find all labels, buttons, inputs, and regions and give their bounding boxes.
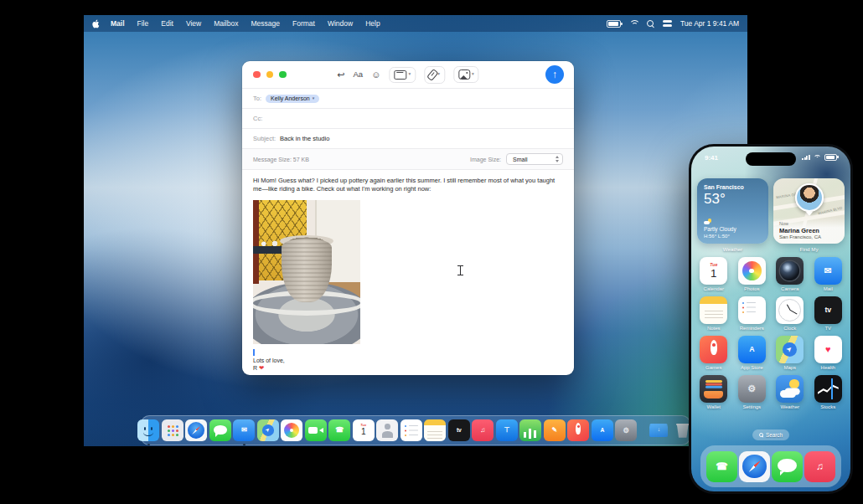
image-size-dropdown[interactable]: Small bbox=[506, 153, 563, 165]
dock-item-downloads[interactable] bbox=[648, 419, 669, 445]
dock-item-facetime[interactable] bbox=[305, 419, 327, 445]
iphone-app-maps[interactable]: ➤Maps bbox=[771, 336, 809, 370]
menu-bar-clock[interactable]: Tue Apr 1 9:41 AM bbox=[680, 19, 739, 28]
iphone-app-appstore[interactable]: AApp Store bbox=[733, 336, 772, 370]
dock-item-launchpad[interactable] bbox=[162, 419, 183, 445]
dock-item-tv[interactable]: tv bbox=[448, 419, 470, 445]
iphone-app-mail[interactable]: ✉Mail bbox=[809, 257, 848, 291]
message-size-text: Message Size: 57 KB bbox=[253, 157, 309, 162]
dock-item-settings[interactable]: ⚙ bbox=[615, 419, 637, 445]
dock-item-calendar[interactable]: Tue1 bbox=[353, 419, 375, 445]
header-fields-menu[interactable]: ▾ bbox=[389, 67, 416, 83]
dock-item-music[interactable]: ♫ bbox=[472, 419, 494, 445]
iphone-app-settings[interactable]: ⚙Settings bbox=[733, 375, 772, 409]
control-center-icon[interactable] bbox=[663, 20, 672, 27]
menu-item-format[interactable]: Format bbox=[292, 19, 315, 28]
battery-icon[interactable] bbox=[607, 20, 621, 28]
app-label: Camera bbox=[781, 286, 798, 291]
finder-icon bbox=[137, 419, 159, 441]
battery-icon bbox=[824, 154, 837, 162]
iphone-app-calendar[interactable]: Tue1Calendar bbox=[695, 257, 733, 291]
close-button[interactable] bbox=[253, 71, 261, 79]
dock-item-mail[interactable]: ✉ bbox=[233, 419, 255, 445]
iphone-app-camera[interactable]: Camera bbox=[771, 257, 809, 291]
recipient-name: Kelly Anderson bbox=[271, 95, 310, 101]
mail-icon: ✉ bbox=[814, 257, 842, 285]
iphone-app-clock[interactable]: Clock bbox=[771, 296, 809, 331]
dock-item-maps[interactable]: ➤ bbox=[257, 419, 279, 445]
games-app-icon bbox=[700, 336, 727, 363]
iphone-app-photos[interactable]: Photos bbox=[733, 257, 772, 291]
message-body[interactable]: Hi Mom! Guess what? I picked up pottery … bbox=[242, 169, 574, 373]
zoom-button[interactable] bbox=[279, 71, 287, 79]
menu-item-file[interactable]: File bbox=[137, 19, 149, 28]
mail-app-icon: ✉ bbox=[814, 257, 842, 285]
chevron-down-icon: ▾ bbox=[408, 72, 411, 77]
spotlight-search-icon[interactable] bbox=[647, 20, 654, 28]
iphone-dock-music[interactable]: ♫ bbox=[804, 451, 835, 482]
iphone-dock-safari[interactable] bbox=[739, 451, 770, 482]
desktop-stage: MailFileEditViewMailboxMessageFormatWind… bbox=[0, 0, 863, 504]
menu-item-mailbox[interactable]: Mailbox bbox=[214, 19, 238, 28]
to-field-row[interactable]: To: Kelly Anderson ▾ bbox=[242, 88, 574, 108]
dynamic-island bbox=[746, 152, 796, 166]
emoji-picker-icon[interactable]: ☺ bbox=[371, 70, 380, 80]
calendar-app-icon: Tue1 bbox=[353, 419, 375, 441]
weather-widget[interactable]: San Francisco 53° Partly Cloudy H:56° L:… bbox=[697, 178, 768, 244]
format-text-button[interactable]: Aa bbox=[354, 70, 364, 79]
pottery-photo[interactable] bbox=[253, 200, 360, 344]
wifi-icon[interactable] bbox=[629, 20, 638, 27]
settings-app-icon: ⚙ bbox=[615, 419, 637, 441]
subject-field-row[interactable]: Subject: Back in the studio bbox=[242, 128, 574, 148]
menu-item-edit[interactable]: Edit bbox=[161, 19, 173, 28]
dock-item-photos[interactable] bbox=[281, 419, 302, 445]
dock-item-appstore[interactable]: A bbox=[592, 419, 613, 445]
iphone-clock: 9:41 bbox=[705, 154, 718, 162]
photos-app-icon bbox=[281, 419, 302, 441]
dock-item-notes[interactable] bbox=[424, 419, 446, 445]
iphone-app-notes[interactable]: Notes bbox=[695, 296, 733, 331]
minimize-button[interactable] bbox=[266, 71, 274, 79]
iphone-app-tv[interactable]: tvTV bbox=[809, 296, 848, 331]
menu-item-help[interactable]: Help bbox=[365, 19, 380, 28]
contacts-app-icon bbox=[376, 419, 398, 441]
iphone-app-reminders[interactable]: Reminders bbox=[733, 296, 772, 331]
dock-item-games[interactable] bbox=[567, 419, 589, 445]
send-button[interactable]: ↑ bbox=[545, 65, 564, 84]
camera-icon bbox=[780, 261, 799, 280]
dock-item-numbers[interactable] bbox=[519, 419, 541, 445]
apple-menu-icon[interactable] bbox=[92, 19, 101, 28]
dock-item-messages[interactable] bbox=[209, 419, 231, 445]
iphone-search-pill[interactable]: Search bbox=[752, 429, 789, 440]
undo-icon[interactable]: ↩ bbox=[337, 70, 344, 80]
findmy-widget[interactable]: MARINA GREEN DR MARINA BLVD Now Marina G… bbox=[773, 178, 845, 244]
menu-item-message[interactable]: Message bbox=[251, 19, 280, 28]
iphone-app-weather[interactable]: Weather bbox=[771, 375, 809, 409]
appstore-icon: A bbox=[738, 336, 766, 363]
dock-item-pages[interactable]: ✎ bbox=[544, 419, 566, 445]
menu-item-window[interactable]: Window bbox=[328, 19, 353, 28]
dock-item-reminders[interactable] bbox=[400, 419, 422, 445]
facetime-app-icon bbox=[305, 419, 327, 441]
recipient-token[interactable]: Kelly Anderson ▾ bbox=[266, 95, 319, 103]
menu-item-mail[interactable]: Mail bbox=[111, 19, 125, 28]
dock-item-keynote[interactable]: ⊤ bbox=[496, 419, 518, 445]
games-icon bbox=[700, 336, 727, 363]
health-icon: ♥ bbox=[814, 336, 842, 363]
dock-item-finder[interactable] bbox=[137, 419, 159, 445]
dock-item-safari[interactable] bbox=[185, 419, 207, 445]
menu-bar: MailFileEditViewMailboxMessageFormatWind… bbox=[84, 15, 747, 32]
iphone-dock-messages[interactable] bbox=[772, 451, 803, 482]
iphone-app-wallet[interactable]: Wallet bbox=[695, 375, 733, 409]
dock-item-phone[interactable]: ☎ bbox=[328, 419, 350, 445]
iphone-dock-phone[interactable]: ☎ bbox=[706, 451, 737, 482]
menu-item-view[interactable]: View bbox=[186, 19, 201, 28]
insert-media-menu[interactable]: ▾ bbox=[453, 66, 479, 83]
iphone-app-games[interactable]: Games bbox=[695, 336, 733, 370]
dock-item-contacts[interactable] bbox=[376, 419, 398, 445]
iphone-app-stocks[interactable]: Stocks bbox=[809, 375, 848, 409]
heart-emoji: ❤ bbox=[259, 364, 264, 372]
cc-field-row[interactable]: Cc: bbox=[242, 108, 574, 128]
attach-file-menu[interactable]: ▾ bbox=[424, 66, 445, 84]
iphone-app-health[interactable]: ♥Health bbox=[809, 336, 848, 370]
